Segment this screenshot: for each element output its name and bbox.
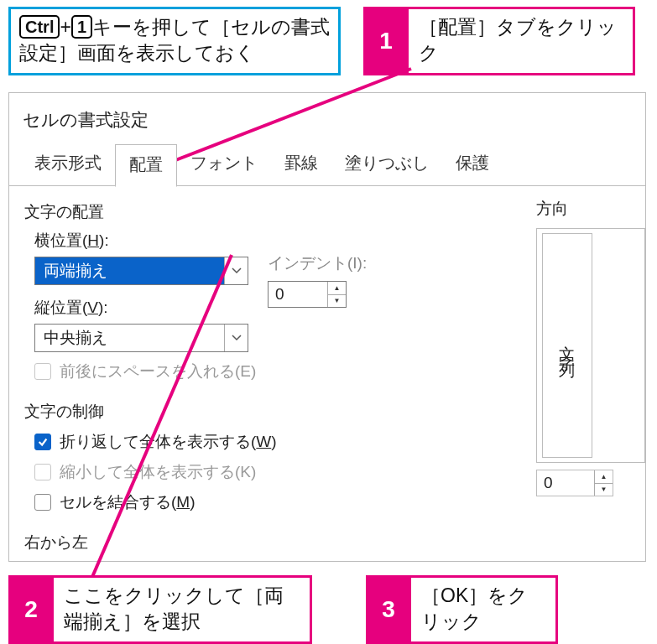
tab-strip: 表示形式 配置 フォント 罫線 塗りつぶし 保護 [9,143,645,186]
tab-number-format[interactable]: 表示形式 [21,143,115,186]
tab-border[interactable]: 罫線 [271,143,331,186]
merge-checkbox[interactable] [34,494,51,511]
orientation-title: 方向 [536,198,645,220]
text-direction-label: 文字の方向(T): [34,560,630,562]
kbd-ctrl: Ctrl [19,15,60,39]
horizontal-align-dropdown-icon[interactable] [224,257,248,284]
indent-spinner[interactable]: 0 ▲ ▼ [268,281,347,308]
shrink-checkbox-label: 縮小して全体を表示する(K) [60,461,256,483]
angle-down-icon[interactable]: ▼ [595,484,613,496]
indent-up-icon[interactable]: ▲ [328,282,346,295]
orientation-box: 方向 文字列 0 ▲ ▼ [536,198,645,496]
indent-label: インデント(I): [268,252,367,274]
dialog-title: セルの書式設定 [9,105,645,143]
step-2-number: 2 [8,575,54,644]
vertical-align-value[interactable]: 中央揃え [35,325,224,351]
merge-checkbox-label: セルを結合する(M) [60,491,195,513]
orientation-angle-value[interactable]: 0 [537,470,594,496]
tab-fill[interactable]: 塗りつぶし [331,143,442,186]
orientation-preview[interactable]: 文字列 [536,228,645,463]
vertical-align-combo[interactable]: 中央揃え [34,324,248,352]
format-cells-dialog: セルの書式設定 表示形式 配置 フォント 罫線 塗りつぶし 保護 文字の配置 横… [8,92,646,562]
wrap-checkbox[interactable] [34,434,51,450]
orientation-angle-spinner[interactable]: 0 ▲ ▼ [536,470,613,496]
plus-sign: + [60,16,70,38]
indent-down-icon[interactable]: ▼ [328,295,346,308]
tab-protection[interactable]: 保護 [442,143,503,186]
step-3-text: ［OK］をクリック [411,575,558,644]
indent-value[interactable]: 0 [269,282,327,307]
step-2-text: ここをクリックして［両端揃え］を選択 [54,575,312,644]
space-checkbox [34,363,51,380]
tab-font[interactable]: フォント [177,143,271,186]
kbd-1: 1 [71,15,92,39]
indent-block: インデント(I): 0 ▲ ▼ [268,252,367,308]
step-3-callout: 3 ［OK］をクリック [366,575,558,644]
shrink-checkbox [34,464,51,480]
angle-up-icon[interactable]: ▲ [595,470,613,484]
rtl-section: 右から左 [24,532,630,553]
tab-alignment[interactable]: 配置 [115,144,177,187]
vertical-align-dropdown-icon[interactable] [224,325,248,351]
step-2-callout: 2 ここをクリックして［両端揃え］を選択 [8,575,312,644]
step-3-number: 3 [366,575,411,644]
step-1-text: ［配置］タブをクリック [409,7,635,75]
orientation-vertical-sample[interactable]: 文字列 [542,233,592,458]
space-checkbox-label: 前後にスペースを入れる(E) [60,361,256,382]
alignment-panel: 文字の配置 横位置(H): 両端揃え インデント(I): 0 ▲ ▼ 縦位置(V… [9,186,645,555]
wrap-checkbox-label: 折り返して全体を表示する(W) [60,431,277,453]
step-1-number: 1 [363,7,409,75]
instruction-ctrl1: Ctrl+1キーを押して［セルの書式設定］画面を表示しておく [8,7,341,75]
step-1-callout: 1 ［配置］タブをクリック [363,7,635,75]
horizontal-align-combo[interactable]: 両端揃え [34,257,248,285]
horizontal-align-value[interactable]: 両端揃え [35,257,224,284]
